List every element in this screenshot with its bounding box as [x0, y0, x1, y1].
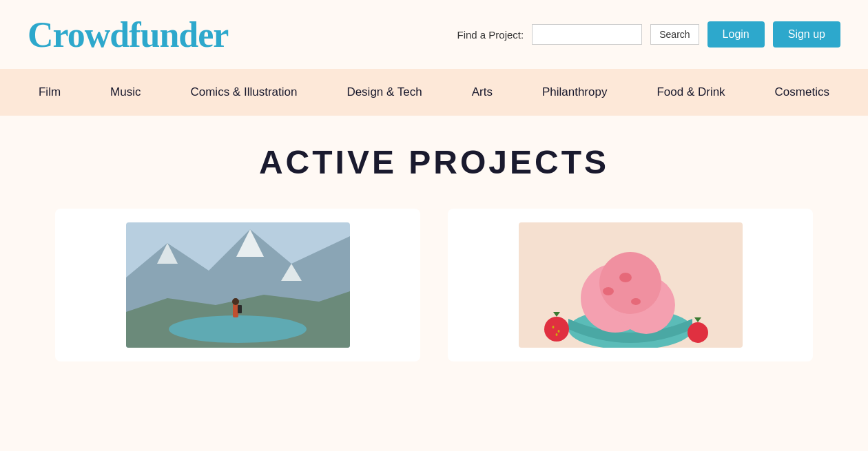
svg-point-22 [552, 326, 554, 328]
project-card-1[interactable] [55, 209, 420, 361]
nav-item-design[interactable]: Design & Tech [335, 78, 433, 106]
svg-point-23 [557, 330, 559, 333]
search-button[interactable]: Search [650, 24, 699, 45]
card-content-1 [55, 348, 420, 361]
logo[interactable]: Crowdfunder [28, 14, 228, 55]
search-input[interactable] [532, 24, 642, 45]
projects-row [14, 209, 854, 361]
svg-rect-9 [238, 305, 242, 313]
header: Crowdfunder Find a Project: Search Login… [0, 0, 868, 69]
svg-point-15 [603, 287, 614, 295]
nav-item-comics[interactable]: Comics & Illustration [179, 78, 308, 106]
svg-point-6 [169, 315, 307, 343]
nav-item-music[interactable]: Music [99, 78, 152, 106]
nav-item-film[interactable]: Film [28, 78, 72, 106]
card-content-2 [448, 348, 813, 361]
svg-point-18 [544, 317, 569, 342]
header-right: Find a Project: Search Login Sign up [457, 21, 841, 48]
nav-item-cosmetics[interactable]: Cosmetics [764, 78, 840, 106]
project-card-2[interactable] [448, 209, 813, 361]
project-image-mountain [126, 222, 350, 348]
project-image-icecream [519, 222, 743, 348]
signup-button[interactable]: Sign up [773, 21, 840, 48]
nav: Film Music Comics & Illustration Design … [0, 69, 868, 116]
nav-item-food[interactable]: Food & Drink [645, 78, 736, 106]
svg-point-17 [619, 273, 632, 282]
svg-point-24 [555, 333, 557, 336]
nav-item-arts[interactable]: Arts [461, 78, 504, 106]
main: ACTIVE PROJECTS [0, 116, 868, 361]
nav-item-philanthropy[interactable]: Philanthropy [531, 78, 619, 106]
svg-point-16 [631, 298, 641, 305]
svg-rect-7 [233, 304, 238, 317]
svg-point-8 [232, 298, 239, 305]
login-button[interactable]: Login [707, 21, 765, 48]
page-title: ACTIVE PROJECTS [14, 143, 854, 181]
svg-point-14 [599, 252, 661, 314]
svg-point-20 [688, 322, 708, 343]
find-label: Find a Project: [457, 29, 524, 41]
